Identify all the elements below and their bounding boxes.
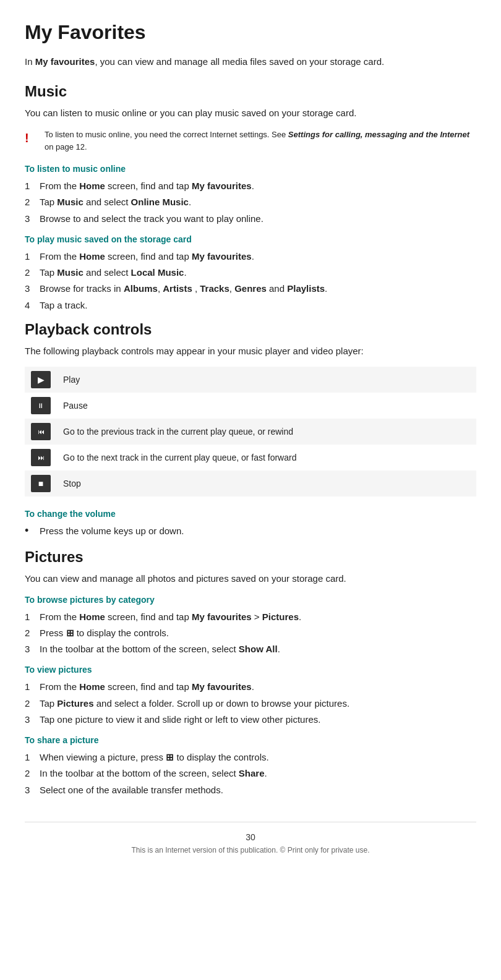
volume-item: • Press the volume keys up or down. [25,524,476,540]
notice-icon: ! [25,129,38,147]
sub-heading-view-pictures: To view pictures [25,665,476,675]
listen-step-3: 3 Browse to and select the track you wan… [25,211,476,226]
play-storage-step-4: 4 Tap a track. [25,298,476,312]
sub-heading-listen-online: To listen to music online [25,164,476,174]
share-pic-step-2: 2 In the toolbar at the bottom of the sc… [25,766,476,780]
notice-box: ! To listen to music online, you need th… [25,129,476,153]
stop-label: Stop [57,471,476,496]
prev-label: Go to the previous track in the current … [57,419,476,445]
browse-cat-step-3: 3 In the toolbar at the bottom of the sc… [25,642,476,656]
intro-paragraph: In My favourites, you can view and manag… [25,55,476,69]
sub-heading-play-storage: To play music saved on the storage card [25,234,476,244]
intro-text-after: , you can view and manage all media file… [95,56,384,67]
rewind-icon: ⏮ [31,423,51,440]
pause-label: Pause [57,393,476,419]
listen-online-steps: 1 From the Home screen, find and tap My … [25,179,476,226]
play-storage-step-1: 1 From the Home screen, find and tap My … [25,249,476,263]
play-storage-steps: 1 From the Home screen, find and tap My … [25,249,476,312]
prev-icon-cell: ⏮ [25,419,57,445]
browse-cat-step-1: 1 From the Home screen, find and tap My … [25,610,476,624]
footer-legal-text: This is an Internet version of this publ… [25,846,476,854]
view-pic-step-3: 3 Tap one picture to view it and slide r… [25,712,476,726]
fastforward-icon: ⏭ [31,449,51,466]
stop-icon-cell: ■ [25,471,57,496]
sub-heading-browse-category: To browse pictures by category [25,595,476,605]
playback-row-pause: ⏸ Pause [25,393,476,419]
share-picture-steps: 1 When viewing a picture, press ⊞ to dis… [25,750,476,797]
view-pic-step-1: 1 From the Home screen, find and tap My … [25,680,476,694]
playback-row-stop: ■ Stop [25,471,476,496]
volume-list: • Press the volume keys up or down. [25,524,476,540]
play-label: Play [57,367,476,393]
pause-icon-cell: ⏸ [25,393,57,419]
bullet-symbol: • [25,522,35,540]
sub-heading-volume: To change the volume [25,509,476,519]
view-pic-step-2: 2 Tap Pictures and select a folder. Scro… [25,696,476,710]
playback-row-play: ▶ Play [25,367,476,393]
pause-icon: ⏸ [31,397,51,414]
play-icon-cell: ▶ [25,367,57,393]
music-desc: You can listen to music online or you ca… [25,106,476,121]
pictures-desc: You can view and manage all photos and p… [25,572,476,586]
next-label: Go to the next track in the current play… [57,445,476,471]
pictures-heading: Pictures [25,548,476,566]
play-icon: ▶ [31,371,51,388]
browse-cat-step-2: 2 Press ⊞ to display the controls. [25,626,476,640]
page-title: My Favorites [25,21,476,44]
listen-step-2: 2 Tap Music and select Online Music. [25,195,476,209]
listen-step-1: 1 From the Home screen, find and tap My … [25,179,476,193]
page-footer: 30 This is an Internet version of this p… [25,822,476,854]
browse-category-steps: 1 From the Home screen, find and tap My … [25,610,476,657]
play-storage-step-2: 2 Tap Music and select Local Music. [25,265,476,279]
stop-icon: ■ [31,475,51,492]
share-pic-step-1: 1 When viewing a picture, press ⊞ to dis… [25,750,476,764]
page-number: 30 [25,832,476,842]
volume-text: Press the volume keys up or down. [40,524,184,540]
intro-bold: My favourites [35,56,95,67]
share-pic-step-3: 3 Select one of the available transfer m… [25,783,476,797]
view-pictures-steps: 1 From the Home screen, find and tap My … [25,680,476,726]
playback-heading: Playback controls [25,321,476,338]
play-storage-step-3: 3 Browse for tracks in Albums, Artists ,… [25,281,476,296]
sub-heading-share-picture: To share a picture [25,735,476,745]
playback-row-prev: ⏮ Go to the previous track in the curren… [25,419,476,445]
playback-row-next: ⏭ Go to the next track in the current pl… [25,445,476,471]
playback-desc: The following playback controls may appe… [25,344,476,359]
playback-table: ▶ Play ⏸ Pause ⏮ Go to the previous trac… [25,367,476,496]
music-heading: Music [25,83,476,100]
notice-text: To listen to music online, you need the … [45,129,476,153]
next-icon-cell: ⏭ [25,445,57,471]
